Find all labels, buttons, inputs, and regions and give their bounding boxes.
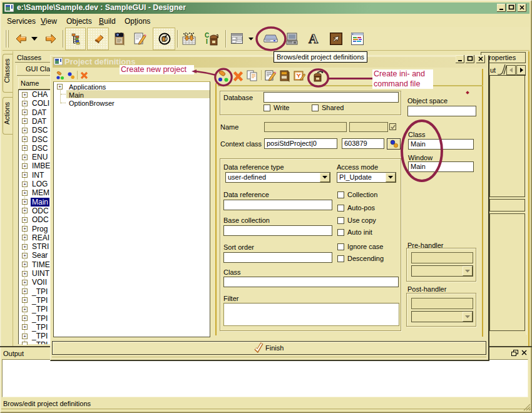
svg-text:I: I	[206, 38, 208, 45]
svg-text:A: A	[309, 32, 319, 45]
